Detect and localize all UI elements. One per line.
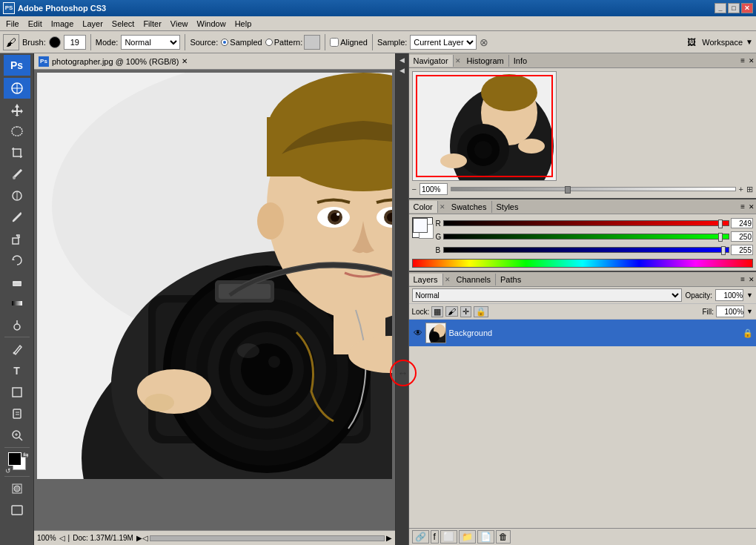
tool-screenmode[interactable] <box>4 500 30 521</box>
sample-cancel-icon[interactable]: ⊗ <box>480 36 488 48</box>
layer-row-background[interactable]: 👁 Background 🔒 <box>409 320 757 346</box>
footer-scroll-right[interactable]: ▶ <box>386 534 392 542</box>
b-value[interactable] <box>731 245 753 255</box>
tool-notes[interactable] <box>4 403 30 424</box>
fill-input[interactable] <box>716 305 744 317</box>
add-mask-icon[interactable]: ⬜ <box>440 530 457 544</box>
menu-image[interactable]: Image <box>47 18 79 30</box>
color-panel-options[interactable]: ≡ <box>738 202 747 211</box>
collapse-icon[interactable]: ◀ <box>399 56 405 64</box>
color-spectrum[interactable] <box>412 259 754 268</box>
sampled-radio[interactable] <box>221 39 228 46</box>
lock-position-icon[interactable]: ✛ <box>460 306 471 317</box>
tool-healingbrush[interactable] <box>4 78 30 99</box>
collapse-icon-2[interactable]: ◀ <box>399 67 405 74</box>
b-slider[interactable] <box>443 247 730 253</box>
tool-quickmask[interactable] <box>4 478 30 499</box>
collapse-strip[interactable]: ◀ ◀ <box>396 53 409 545</box>
color-panel-close[interactable]: ✕ <box>747 203 756 211</box>
tool-dodge[interactable] <box>4 314 30 335</box>
tool-shape[interactable] <box>4 382 30 403</box>
sampled-radio-label[interactable]: Sampled <box>221 38 262 47</box>
layers-tab-paths[interactable]: Paths <box>496 274 525 285</box>
aligned-checkbox[interactable] <box>330 38 339 47</box>
nav-tab-navigator[interactable]: Navigator <box>409 55 454 67</box>
new-group-icon[interactable]: 📁 <box>459 530 476 544</box>
menu-window[interactable]: Window <box>193 18 231 30</box>
lock-image-icon[interactable]: 🖌 <box>445 306 458 317</box>
tool-move[interactable] <box>4 99 30 120</box>
g-slider[interactable] <box>443 234 730 240</box>
new-layer-icon[interactable]: 📄 <box>477 530 494 544</box>
layers-tab-close[interactable]: ✕ <box>443 276 452 283</box>
layers-tab-channels[interactable]: Channels <box>452 274 496 285</box>
layers-panel-close[interactable]: ✕ <box>747 276 756 283</box>
nav-tab-info[interactable]: Info <box>509 55 531 67</box>
layers-tab-layers[interactable]: Layers <box>409 274 443 285</box>
layers-blend-select[interactable]: Normal Multiply <box>412 288 683 302</box>
r-value[interactable] <box>731 218 753 228</box>
tool-lasso[interactable] <box>4 121 30 142</box>
tool-crop[interactable] <box>4 142 30 163</box>
menu-help[interactable]: Help <box>231 18 256 30</box>
g-value[interactable] <box>731 231 753 242</box>
menu-file[interactable]: File <box>1 18 24 30</box>
opacity-arrow[interactable]: ▼ <box>746 291 753 299</box>
g-slider-thumb[interactable] <box>718 233 723 242</box>
tool-eyedropper[interactable] <box>4 164 30 185</box>
color-picker[interactable]: ⇆ ↺ <box>4 451 30 475</box>
maximize-button[interactable]: □ <box>728 3 740 13</box>
menu-layer[interactable]: Layer <box>78 18 107 30</box>
zoom-plus-icon[interactable]: + <box>739 185 743 194</box>
menu-filter[interactable]: Filter <box>139 18 165 30</box>
menu-edit[interactable]: Edit <box>24 18 47 30</box>
swap-colors-icon[interactable]: ⇆ <box>23 451 29 458</box>
r-slider-thumb[interactable] <box>718 219 723 228</box>
workspace-dropdown-icon[interactable]: ▼ <box>746 38 753 46</box>
delete-layer-icon[interactable]: 🗑 <box>496 530 511 544</box>
tool-spot-healing[interactable] <box>4 185 30 206</box>
close-button[interactable]: ✕ <box>741 3 753 13</box>
nav-panel-close[interactable]: ✕ <box>747 57 756 65</box>
footer-scroll-left[interactable]: ◁ <box>142 534 148 542</box>
color-swatch-fg[interactable] <box>412 217 433 238</box>
footer-scrollbar[interactable] <box>150 535 385 541</box>
nav-fullscreen-icon[interactable]: ⊞ <box>746 185 753 194</box>
nav-left-icon[interactable]: ◁ <box>59 534 65 542</box>
color-tab-close[interactable]: ✕ <box>438 203 447 211</box>
opacity-input[interactable] <box>715 289 743 301</box>
tool-gradient[interactable] <box>4 293 30 314</box>
pattern-radio[interactable] <box>265 39 273 46</box>
nav-tab-close[interactable]: ✕ <box>454 57 462 65</box>
tool-zoom[interactable] <box>4 425 30 446</box>
pattern-radio-label[interactable]: Pattern: <box>265 35 321 50</box>
sample-select[interactable]: Current Layer All Layers <box>410 35 477 50</box>
zoom-minus-icon[interactable]: − <box>412 185 417 194</box>
link-layers-icon[interactable]: 🔗 <box>412 530 429 544</box>
lock-transparency-icon[interactable]: ▦ <box>431 306 443 317</box>
footer-expand[interactable]: ▶ <box>136 534 142 542</box>
layer-eye-icon[interactable]: 👁 <box>412 327 424 339</box>
b-slider-thumb[interactable] <box>721 246 726 255</box>
tool-eraser[interactable] <box>4 271 30 292</box>
tool-pen[interactable] <box>4 339 30 360</box>
add-style-icon[interactable]: f <box>431 530 439 544</box>
menu-select[interactable]: Select <box>107 18 139 30</box>
nav-panel-options[interactable]: ≡ <box>738 56 747 65</box>
nav-zoom-input[interactable] <box>420 183 448 195</box>
nav-zoom-slider[interactable] <box>451 187 736 191</box>
minimize-button[interactable]: _ <box>714 3 726 13</box>
foreground-color-swatch[interactable] <box>8 452 21 466</box>
layers-panel-options[interactable]: ≡ <box>738 275 747 283</box>
color-tab-swatches[interactable]: Swatches <box>447 201 492 213</box>
mode-select[interactable]: Normal Multiply Screen <box>121 35 180 50</box>
tool-type[interactable]: T <box>4 360 30 381</box>
canvas-close-icon[interactable]: ✕ <box>182 57 188 65</box>
tool-clone[interactable] <box>4 228 30 249</box>
brush-size-input[interactable] <box>64 35 86 50</box>
nav-tab-histogram[interactable]: Histogram <box>462 55 509 67</box>
tool-brush[interactable] <box>4 207 30 228</box>
fill-arrow[interactable]: ▼ <box>746 308 753 315</box>
default-colors-icon[interactable]: ↺ <box>5 467 11 475</box>
tool-history[interactable] <box>4 250 30 271</box>
